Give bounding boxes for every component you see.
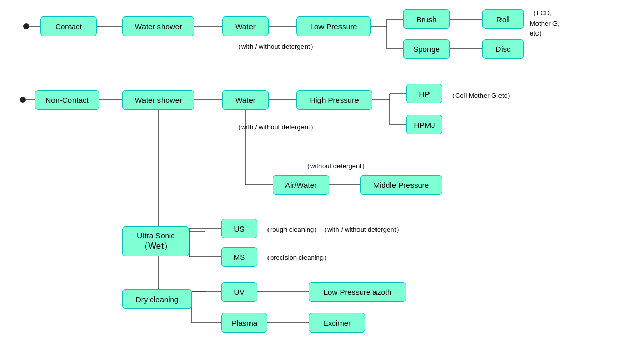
label-without-detergent: （without detergent） [303,162,368,171]
node-water-shower-1: Water shower [122,16,194,36]
node-water-shower-2: Water shower [122,90,194,110]
label-dry-cleaning: Dry cleaning [136,295,178,304]
label-sponge: Sponge [413,45,440,54]
label-disc: Disc [495,45,510,54]
node-high-pressure: High Pressure [296,90,372,110]
bullet-non-contact [20,97,26,103]
node-us: US [221,219,257,238]
label-plasma: Plasma [231,319,257,327]
node-middle-pressure: Middle Pressure [360,175,442,195]
node-contact: Contact [40,16,97,36]
node-ultra-sonic: Ultra Sonic （Wet） [122,226,189,256]
label-precision-cleaning: （precision cleaning） [263,253,330,263]
label-rough-cleaning: （rough cleaning）（with / without detergen… [263,225,403,234]
label-low-pressure: Low Pressure [310,22,357,31]
diagram: Contact Water shower Water Low Pressure … [0,0,644,349]
node-roll: Roll [482,9,524,29]
node-uv: UV [221,282,257,302]
label-water-2: Water [235,96,255,104]
label-hp: HP [419,90,430,98]
label-ms: MS [234,253,245,261]
label-high-pressure: High Pressure [310,96,359,104]
label-hpmj: HPMJ [414,120,435,129]
bullet-contact [23,23,29,29]
node-disc: Disc [482,39,524,59]
label-us: US [234,224,245,233]
label-water-shower-2: Water shower [135,96,182,104]
label-contact: Contact [55,22,82,31]
node-water-2: Water [222,90,269,110]
label-air-water: Air/Water [285,181,317,189]
node-ms: MS [221,247,257,267]
node-low-pressure: Low Pressure [296,16,371,36]
label-roll: Roll [496,15,510,24]
label-excimer: Excimer [323,319,351,327]
node-brush: Brush [403,9,450,29]
label-non-contact: Non-Contact [45,96,88,104]
node-hp: HP [406,84,442,103]
label-with-without-1: （with / without detergent） [235,42,317,51]
node-dry-cleaning: Dry cleaning [122,289,192,309]
label-water-shower-1: Water shower [135,22,182,31]
node-excimer: Excimer [309,313,365,333]
node-non-contact: Non-Contact [35,90,99,110]
label-with-without-2: （with / without detergent） [235,123,317,132]
node-sponge: Sponge [403,39,450,59]
label-ultra-sonic-2: （Wet） [139,240,172,252]
label-middle-pressure: Middle Pressure [373,181,429,189]
node-low-pressure-azoth: Low Pressure azoth [309,282,406,302]
label-lcd: （LCD,Mother G,etc） [530,8,560,39]
node-water-1: Water [222,16,269,36]
label-uv: UV [234,288,245,296]
label-low-pressure-azoth: Low Pressure azoth [324,288,392,296]
label-cell-mother: （Cell Mother G etc） [449,91,514,100]
label-water-1: Water [235,22,255,31]
label-ultra-sonic-1: Ultra Sonic [137,231,174,240]
node-hpmj: HPMJ [406,115,442,134]
node-plasma: Plasma [221,313,267,333]
label-brush: Brush [416,15,436,24]
node-air-water: Air/Water [273,175,329,195]
